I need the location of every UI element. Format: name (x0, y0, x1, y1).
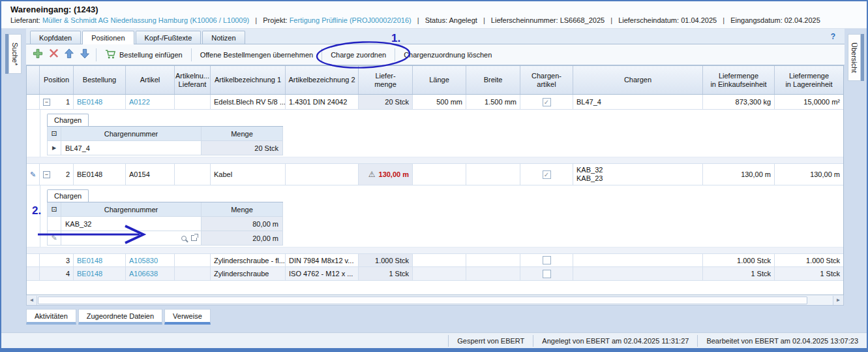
horizontal-scrollbar[interactable]: ◄ ► (26, 295, 844, 306)
artikel-link[interactable]: A106638 (129, 270, 158, 278)
row-gutter (27, 254, 40, 266)
bestellung-link[interactable]: BE0148 (77, 257, 102, 264)
table-row-position-1[interactable]: − 1 BE0148 A0122 Edelst.Blech RV 5/8 ...… (27, 95, 843, 110)
bezeichnung1-cell: Zylinderschraube (211, 267, 286, 280)
left-dock-strip: Suche* (1, 29, 25, 332)
help-icon[interactable]: ? (831, 32, 835, 41)
open-reference-icon[interactable] (191, 235, 197, 241)
bezeichnung1-cell: Kabel (211, 164, 286, 185)
artikel-link[interactable]: A105830 (129, 257, 158, 264)
chargenartikel-cell: ✓ (520, 164, 573, 185)
edit-pencil-icon: ✎ (51, 234, 57, 242)
liefermenge-einkauf-cell: 1 Stck (703, 267, 775, 280)
table-row-position-2[interactable]: ✎ − 2 BE0148 A0154 Kabel ⚠ 130,00 m (27, 164, 843, 185)
side-tab-suche[interactable]: Suche* (5, 34, 22, 74)
col-header-bestellung[interactable]: Bestellung (74, 66, 126, 94)
table-row-position-4[interactable]: 4 BE0148 A106638 Zylinderschraube ISO 47… (27, 267, 843, 281)
modified-by-status: Bearbeitet von EBERT am 02.04.2025 13:07… (697, 335, 867, 347)
move-up-button[interactable] (61, 47, 77, 63)
chargenartikel-cell (520, 267, 573, 280)
collapse-icon[interactable]: − (43, 99, 50, 106)
bottom-tab-bar: Aktivitäten Zugeordnete Dateien Verweise (26, 306, 845, 329)
chargen-subtab[interactable]: Chargen (47, 189, 89, 202)
checkbox-checked[interactable]: ✓ (543, 98, 551, 106)
move-down-button[interactable] (77, 47, 93, 63)
artikel-link[interactable]: A0122 (129, 98, 150, 106)
tab-zugeordnete-dateien[interactable]: Zugeordnete Dateien (78, 309, 162, 325)
col-header-chargen[interactable]: Chargen (573, 66, 703, 94)
col-header-liefermenge-lagereinheit[interactable]: Liefermenge in Lagereinheit (775, 66, 843, 94)
eingangsdatum-value: 02.04.2025 (785, 16, 820, 24)
breite-cell: 1.500 mm (466, 95, 520, 109)
select-all-icon[interactable]: ⊡ (47, 127, 61, 140)
col-header-chargenartikel[interactable]: Chargen- artikel (520, 66, 573, 94)
search-icon[interactable] (181, 236, 187, 241)
subgrid-row[interactable]: ▶ BL47_4 20 Stck (47, 141, 283, 155)
tab-notizen[interactable]: Notizen (202, 31, 245, 44)
status-value: Angelegt (449, 16, 477, 24)
chargennummer-input[interactable] (61, 231, 202, 245)
scroll-left-button[interactable]: ◄ (27, 296, 37, 305)
col-header-artikelnr-lieferant[interactable]: Artikelnu... Lieferant (175, 66, 211, 94)
projekt-value[interactable]: Fertigung Prüflinie (PROJ00002/2016) (290, 16, 412, 24)
side-tab-uebersicht[interactable]: Übersicht (848, 34, 864, 81)
col-header-chargennummer[interactable]: Chargennummer (61, 202, 202, 216)
field-separator: | (483, 16, 485, 24)
bestellung-link[interactable]: BE0148 (77, 98, 102, 106)
cart-icon (105, 49, 116, 61)
position-cell: − 2 (40, 164, 74, 185)
checkbox-checked[interactable]: ✓ (543, 170, 551, 179)
subgrid-edit-row[interactable]: ✎ 20,00 m (47, 231, 283, 246)
artikelnr-lieferant-cell (175, 164, 211, 185)
col-header-chargennummer[interactable]: Chargennummer (61, 127, 202, 140)
tab-verweise[interactable]: Verweise (164, 309, 211, 325)
offene-bestellmengen-button[interactable]: Offene Bestellmengen übernehmen (195, 48, 318, 61)
collapse-icon[interactable]: − (43, 171, 50, 178)
tab-aktivitaeten[interactable]: Aktivitäten (26, 309, 76, 325)
arrow-down-icon (80, 48, 90, 61)
field-separator: | (610, 16, 612, 24)
select-all-icon[interactable]: ⊡ (47, 202, 61, 216)
chargenzuordnung-loeschen-button[interactable]: Chargenzuordnung löschen (398, 48, 497, 61)
checkbox-unchecked[interactable] (543, 270, 551, 278)
checkbox-unchecked[interactable] (543, 256, 551, 264)
bestellung-einfuegen-button[interactable]: Bestellung einfügen (100, 46, 188, 63)
right-dock-strip: Übersicht (845, 29, 867, 332)
col-header-menge[interactable]: Menge (202, 202, 283, 216)
arrow-up-icon (64, 48, 74, 61)
side-tab-suche-label: Suche* (8, 34, 22, 74)
delete-row-button[interactable] (46, 47, 61, 63)
tab-kopfdaten[interactable]: Kopfdaten (30, 31, 81, 44)
bestellung-link[interactable]: BE0148 (77, 270, 102, 278)
col-header-laenge[interactable]: Länge (413, 66, 466, 94)
chargen-cell: KAB_32 KAB_23 (573, 164, 703, 185)
col-header-bezeichnung2[interactable]: Artikelbezeichnung 2 (286, 66, 359, 94)
tab-positionen[interactable]: Positionen (82, 31, 134, 44)
scrollbar-thumb[interactable] (38, 296, 807, 304)
add-row-button[interactable] (30, 47, 46, 63)
col-header-liefermenge-einkaufseinheit[interactable]: Liefermenge in Einkaufseinheit (703, 66, 775, 94)
col-header-menge[interactable]: Menge (202, 127, 283, 140)
field-separator: | (723, 16, 725, 24)
row-gutter (27, 95, 40, 109)
liefermenge-cell: 20 Stck (359, 95, 413, 109)
col-header-bezeichnung1[interactable]: Artikelbezeichnung 1 (211, 66, 286, 94)
col-header-artikel[interactable]: Artikel (126, 66, 175, 94)
tab-kopf-fusstexte[interactable]: Kopf-/Fußtexte (136, 31, 202, 44)
created-by-status: Angelegt von EBERT am 02.04.2025 11:31:2… (533, 335, 697, 347)
charge-zuordnen-button[interactable]: Charge zuordnen 1. (325, 48, 391, 61)
lieferant-value[interactable]: Müller & Schmidt AG Niederlassung Hambur… (42, 16, 249, 24)
liefermenge-lager-cell: 1 Stck (775, 267, 843, 280)
artikelnr-lieferant-cell (175, 267, 211, 280)
liefermenge-cell-warning: ⚠ 130,00 m (359, 164, 413, 185)
table-row-position-3[interactable]: 3 BE0148 A105830 Zylinderschraube - fl..… (27, 254, 843, 267)
subgrid-row[interactable]: KAB_32 80,00 m (47, 217, 283, 231)
col-header-liefermenge[interactable]: Liefer- menge (359, 66, 413, 94)
col-header-position[interactable]: Position (40, 66, 74, 94)
scroll-right-button[interactable]: ► (833, 296, 843, 305)
col-header-breite[interactable]: Breite (466, 66, 520, 94)
side-tab-accent (861, 34, 864, 81)
plus-icon (33, 48, 43, 61)
chargen-subtab[interactable]: Chargen (47, 114, 89, 126)
delete-x-icon (49, 48, 59, 61)
